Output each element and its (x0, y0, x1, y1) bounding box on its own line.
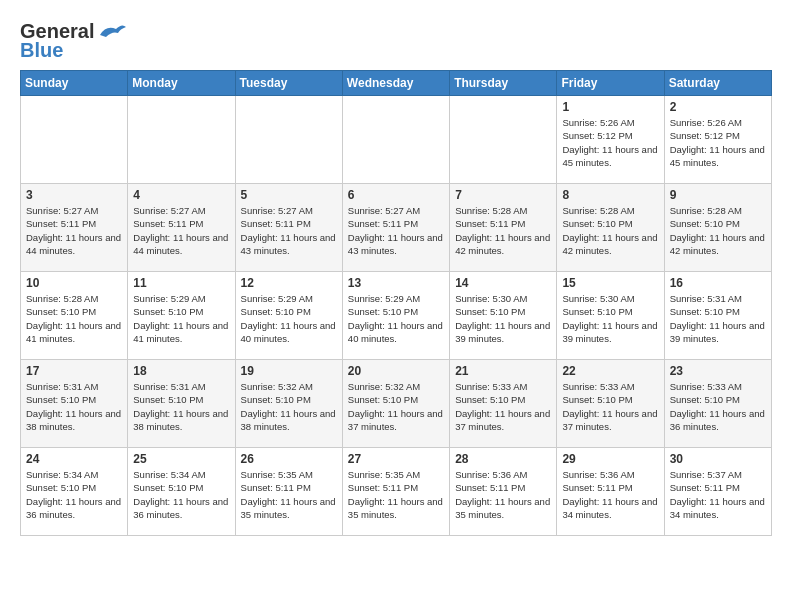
day-info: Sunrise: 5:37 AM Sunset: 5:11 PM Dayligh… (670, 468, 766, 521)
calendar-cell: 26Sunrise: 5:35 AM Sunset: 5:11 PM Dayli… (235, 448, 342, 536)
day-number: 2 (670, 100, 766, 114)
day-number: 18 (133, 364, 229, 378)
calendar-week-4: 17Sunrise: 5:31 AM Sunset: 5:10 PM Dayli… (21, 360, 772, 448)
day-info: Sunrise: 5:29 AM Sunset: 5:10 PM Dayligh… (133, 292, 229, 345)
day-info: Sunrise: 5:26 AM Sunset: 5:12 PM Dayligh… (562, 116, 658, 169)
day-number: 9 (670, 188, 766, 202)
day-info: Sunrise: 5:33 AM Sunset: 5:10 PM Dayligh… (455, 380, 551, 433)
day-number: 28 (455, 452, 551, 466)
calendar-cell: 21Sunrise: 5:33 AM Sunset: 5:10 PM Dayli… (450, 360, 557, 448)
calendar-cell: 4Sunrise: 5:27 AM Sunset: 5:11 PM Daylig… (128, 184, 235, 272)
day-info: Sunrise: 5:28 AM Sunset: 5:10 PM Dayligh… (562, 204, 658, 257)
calendar-week-5: 24Sunrise: 5:34 AM Sunset: 5:10 PM Dayli… (21, 448, 772, 536)
logo-blue: Blue (20, 39, 63, 62)
day-info: Sunrise: 5:31 AM Sunset: 5:10 PM Dayligh… (133, 380, 229, 433)
day-number: 12 (241, 276, 337, 290)
calendar-cell: 3Sunrise: 5:27 AM Sunset: 5:11 PM Daylig… (21, 184, 128, 272)
day-info: Sunrise: 5:28 AM Sunset: 5:10 PM Dayligh… (670, 204, 766, 257)
calendar-cell: 9Sunrise: 5:28 AM Sunset: 5:10 PM Daylig… (664, 184, 771, 272)
calendar-header: SundayMondayTuesdayWednesdayThursdayFrid… (21, 71, 772, 96)
calendar-cell (235, 96, 342, 184)
calendar-cell: 18Sunrise: 5:31 AM Sunset: 5:10 PM Dayli… (128, 360, 235, 448)
day-info: Sunrise: 5:27 AM Sunset: 5:11 PM Dayligh… (348, 204, 444, 257)
calendar-cell: 12Sunrise: 5:29 AM Sunset: 5:10 PM Dayli… (235, 272, 342, 360)
calendar-cell (21, 96, 128, 184)
weekday-header-sunday: Sunday (21, 71, 128, 96)
calendar-cell: 25Sunrise: 5:34 AM Sunset: 5:10 PM Dayli… (128, 448, 235, 536)
day-number: 5 (241, 188, 337, 202)
day-number: 3 (26, 188, 122, 202)
day-info: Sunrise: 5:32 AM Sunset: 5:10 PM Dayligh… (241, 380, 337, 433)
day-number: 16 (670, 276, 766, 290)
day-number: 26 (241, 452, 337, 466)
day-number: 23 (670, 364, 766, 378)
day-number: 19 (241, 364, 337, 378)
day-number: 7 (455, 188, 551, 202)
day-info: Sunrise: 5:31 AM Sunset: 5:10 PM Dayligh… (26, 380, 122, 433)
calendar-cell: 19Sunrise: 5:32 AM Sunset: 5:10 PM Dayli… (235, 360, 342, 448)
calendar-week-3: 10Sunrise: 5:28 AM Sunset: 5:10 PM Dayli… (21, 272, 772, 360)
calendar-cell: 27Sunrise: 5:35 AM Sunset: 5:11 PM Dayli… (342, 448, 449, 536)
weekday-header-wednesday: Wednesday (342, 71, 449, 96)
calendar-body: 1Sunrise: 5:26 AM Sunset: 5:12 PM Daylig… (21, 96, 772, 536)
day-info: Sunrise: 5:28 AM Sunset: 5:10 PM Dayligh… (26, 292, 122, 345)
day-number: 24 (26, 452, 122, 466)
day-info: Sunrise: 5:34 AM Sunset: 5:10 PM Dayligh… (26, 468, 122, 521)
logo-bird-icon (96, 21, 128, 43)
day-info: Sunrise: 5:35 AM Sunset: 5:11 PM Dayligh… (241, 468, 337, 521)
day-number: 29 (562, 452, 658, 466)
day-info: Sunrise: 5:30 AM Sunset: 5:10 PM Dayligh… (562, 292, 658, 345)
calendar-cell: 2Sunrise: 5:26 AM Sunset: 5:12 PM Daylig… (664, 96, 771, 184)
day-info: Sunrise: 5:36 AM Sunset: 5:11 PM Dayligh… (562, 468, 658, 521)
day-number: 11 (133, 276, 229, 290)
calendar-cell: 15Sunrise: 5:30 AM Sunset: 5:10 PM Dayli… (557, 272, 664, 360)
day-number: 17 (26, 364, 122, 378)
calendar-cell: 13Sunrise: 5:29 AM Sunset: 5:10 PM Dayli… (342, 272, 449, 360)
day-info: Sunrise: 5:33 AM Sunset: 5:10 PM Dayligh… (562, 380, 658, 433)
calendar-cell: 8Sunrise: 5:28 AM Sunset: 5:10 PM Daylig… (557, 184, 664, 272)
calendar-cell: 24Sunrise: 5:34 AM Sunset: 5:10 PM Dayli… (21, 448, 128, 536)
day-number: 20 (348, 364, 444, 378)
day-info: Sunrise: 5:34 AM Sunset: 5:10 PM Dayligh… (133, 468, 229, 521)
day-number: 15 (562, 276, 658, 290)
weekday-header-thursday: Thursday (450, 71, 557, 96)
calendar-cell: 16Sunrise: 5:31 AM Sunset: 5:10 PM Dayli… (664, 272, 771, 360)
day-info: Sunrise: 5:26 AM Sunset: 5:12 PM Dayligh… (670, 116, 766, 169)
calendar-cell: 28Sunrise: 5:36 AM Sunset: 5:11 PM Dayli… (450, 448, 557, 536)
calendar-table: SundayMondayTuesdayWednesdayThursdayFrid… (20, 70, 772, 536)
day-info: Sunrise: 5:27 AM Sunset: 5:11 PM Dayligh… (26, 204, 122, 257)
day-info: Sunrise: 5:35 AM Sunset: 5:11 PM Dayligh… (348, 468, 444, 521)
day-number: 13 (348, 276, 444, 290)
day-number: 25 (133, 452, 229, 466)
day-number: 4 (133, 188, 229, 202)
calendar-cell: 11Sunrise: 5:29 AM Sunset: 5:10 PM Dayli… (128, 272, 235, 360)
calendar-cell: 30Sunrise: 5:37 AM Sunset: 5:11 PM Dayli… (664, 448, 771, 536)
day-info: Sunrise: 5:33 AM Sunset: 5:10 PM Dayligh… (670, 380, 766, 433)
calendar-cell: 29Sunrise: 5:36 AM Sunset: 5:11 PM Dayli… (557, 448, 664, 536)
day-number: 10 (26, 276, 122, 290)
weekday-header-saturday: Saturday (664, 71, 771, 96)
day-number: 27 (348, 452, 444, 466)
day-info: Sunrise: 5:29 AM Sunset: 5:10 PM Dayligh… (348, 292, 444, 345)
day-number: 22 (562, 364, 658, 378)
day-number: 8 (562, 188, 658, 202)
calendar-cell: 1Sunrise: 5:26 AM Sunset: 5:12 PM Daylig… (557, 96, 664, 184)
weekday-header-row: SundayMondayTuesdayWednesdayThursdayFrid… (21, 71, 772, 96)
day-number: 21 (455, 364, 551, 378)
calendar-cell: 23Sunrise: 5:33 AM Sunset: 5:10 PM Dayli… (664, 360, 771, 448)
day-info: Sunrise: 5:28 AM Sunset: 5:11 PM Dayligh… (455, 204, 551, 257)
weekday-header-monday: Monday (128, 71, 235, 96)
calendar-week-1: 1Sunrise: 5:26 AM Sunset: 5:12 PM Daylig… (21, 96, 772, 184)
day-info: Sunrise: 5:30 AM Sunset: 5:10 PM Dayligh… (455, 292, 551, 345)
day-number: 1 (562, 100, 658, 114)
calendar-cell (450, 96, 557, 184)
calendar-cell: 10Sunrise: 5:28 AM Sunset: 5:10 PM Dayli… (21, 272, 128, 360)
calendar-cell: 14Sunrise: 5:30 AM Sunset: 5:10 PM Dayli… (450, 272, 557, 360)
calendar-cell: 7Sunrise: 5:28 AM Sunset: 5:11 PM Daylig… (450, 184, 557, 272)
weekday-header-tuesday: Tuesday (235, 71, 342, 96)
calendar-cell: 6Sunrise: 5:27 AM Sunset: 5:11 PM Daylig… (342, 184, 449, 272)
header: General Blue (20, 20, 772, 62)
day-number: 30 (670, 452, 766, 466)
day-info: Sunrise: 5:36 AM Sunset: 5:11 PM Dayligh… (455, 468, 551, 521)
day-info: Sunrise: 5:31 AM Sunset: 5:10 PM Dayligh… (670, 292, 766, 345)
